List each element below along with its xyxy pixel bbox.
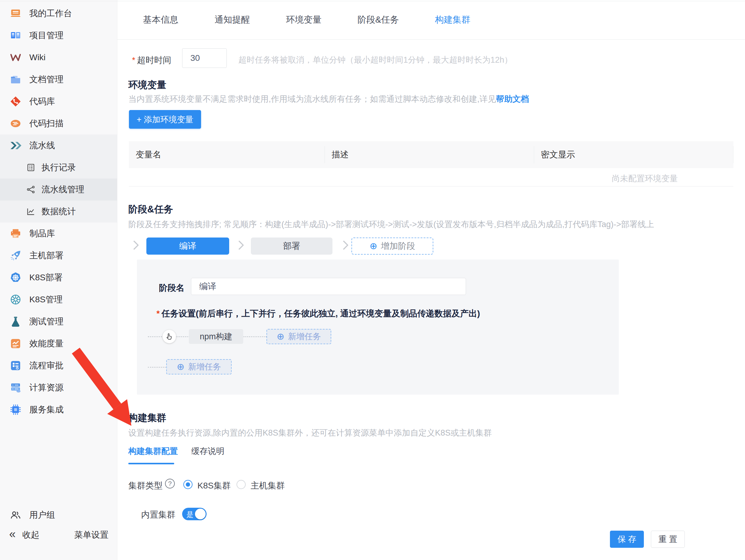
drag-handle[interactable] <box>163 330 176 343</box>
cluster-section-desc: 设置构建任务执行资源,除内置的公用K8S集群外，还可在计算资源菜单中添加自定义K… <box>128 427 492 438</box>
document-management-icon <box>9 73 22 86</box>
stage-button-deploy[interactable]: 部署 <box>251 238 332 255</box>
k8s-manage-icon <box>9 293 22 306</box>
sidebar-item-label: 效能度量 <box>29 338 64 349</box>
stage-button-compile[interactable]: 编译 <box>147 238 229 255</box>
task-settings-label: *任务设置(前后串行，上下并行，任务彼此独立, 通过环境变量及制品传递数据及产出… <box>157 308 480 319</box>
sidebar-item-artifact-repo[interactable]: 制品库 <box>0 222 117 245</box>
sidebar-item-k8s-manage[interactable]: K8S管理 <box>0 288 117 311</box>
sidebar-item-label: 代码库 <box>29 96 55 107</box>
timeout-label: *超时时间 <box>132 54 171 66</box>
toggle-on-text: 是 <box>186 510 193 519</box>
sidebar-item-project-management[interactable]: 项目管理 <box>0 25 117 46</box>
sidebar-item-label: 流水线管理 <box>41 184 84 195</box>
active-tab-underline <box>128 463 174 464</box>
circle-plus-icon: ⊕ <box>176 362 184 371</box>
tab-cache-notes[interactable]: 缓存说明 <box>191 446 224 457</box>
artifact-repo-icon <box>9 227 22 240</box>
radio-k8s-cluster[interactable] <box>183 480 193 489</box>
sidebar-item-workbench[interactable]: 我的工作台 <box>0 2 117 25</box>
service-integration-icon <box>9 403 22 416</box>
sidebar-item-label: 流水线 <box>29 140 55 151</box>
radio-host-cluster[interactable] <box>236 480 246 489</box>
sidebar-item-pipeline[interactable]: 流水线 <box>0 134 117 156</box>
help-icon[interactable]: ? <box>165 479 175 489</box>
sidebar-item-code-scan[interactable]: 代码扫描 <box>0 113 117 134</box>
sidebar-item-compute-resource[interactable]: 计算资源 <box>0 377 117 399</box>
task-button-npm-build[interactable]: npm构建 <box>189 329 243 344</box>
sidebar-item-approval[interactable]: 流程审批 <box>0 354 117 377</box>
sidebar-item-pipeline-management[interactable]: 流水线管理 <box>0 179 117 200</box>
top-divider <box>0 1 745 1</box>
reset-button[interactable]: 重 置 <box>651 531 685 548</box>
pipeline-group: 流水线 执行记录 流水线管理 数据统计 <box>0 134 117 222</box>
sidebar-item-label: 流程审批 <box>29 360 64 371</box>
sidebar-item-document-management[interactable]: 文档管理 <box>0 68 117 91</box>
sidebar-item-label: 项目管理 <box>29 30 64 41</box>
env-table-body: 尚未配置环境变量 <box>129 168 734 186</box>
required-star: * <box>132 56 135 65</box>
tab-basic-info[interactable]: 基本信息 <box>143 14 179 26</box>
menu-settings-button[interactable]: 菜单设置 <box>74 524 108 546</box>
project-management-icon <box>9 29 22 42</box>
timeout-input[interactable] <box>182 48 227 68</box>
sidebar-item-label: 制品库 <box>29 228 55 239</box>
execution-records-icon <box>26 161 36 174</box>
sidebar-bottom: 用户组 <box>0 504 117 526</box>
help-doc-link[interactable]: 帮助文档 <box>496 94 529 104</box>
double-chevron-left-icon[interactable]: « <box>9 528 15 540</box>
code-scan-icon <box>9 117 22 130</box>
tab-stages-tasks[interactable]: 阶段&任务 <box>358 14 399 26</box>
collapse-button[interactable]: 收起 <box>22 529 39 541</box>
tab-env-variables[interactable]: 环境变量 <box>286 14 321 26</box>
sidebar-item-user-group[interactable]: 用户组 <box>0 504 117 526</box>
stage-name-input[interactable] <box>191 278 466 295</box>
sidebar-item-label: 数据统计 <box>41 206 76 217</box>
stage-chevron-icon <box>234 240 244 250</box>
k8s-deploy-icon <box>9 271 22 284</box>
sidebar-footer: « 收起 菜单设置 <box>0 524 117 546</box>
sidebar-item-label: K8S部署 <box>29 272 63 283</box>
cluster-section-title: 构建集群 <box>128 411 166 424</box>
env-table-empty-text: 尚未配置环境变量 <box>612 173 678 184</box>
sidebar-item-host-deploy[interactable]: 主机部署 <box>0 245 117 267</box>
radio-label-host: 主机集群 <box>251 480 285 492</box>
sidebar-item-metrics[interactable]: 效能度量 <box>0 333 117 354</box>
sidebar-item-label: 用户组 <box>29 509 55 521</box>
metrics-icon <box>9 337 22 350</box>
env-section-title: 环境变量 <box>128 79 166 91</box>
sidebar-item-label: 我的工作台 <box>29 8 72 19</box>
sidebar-item-label: 代码扫描 <box>29 118 64 129</box>
add-stage-button[interactable]: ⊕增加阶段 <box>351 238 433 255</box>
add-env-variable-button[interactable]: + 添加环境变量 <box>129 110 201 129</box>
sidebar-item-service-integration[interactable]: 服务集成 <box>0 399 117 421</box>
add-task-button-secondary[interactable]: ⊕新增任务 <box>166 359 232 374</box>
add-task-button[interactable]: ⊕新增任务 <box>266 329 331 344</box>
main-content: 基本信息 通知提醒 环境变量 阶段&任务 构建集群 *超时时间 超时任务将被取消… <box>117 0 745 560</box>
app-screen: 我的工作台 项目管理 Wiki 文档管理 代码库 代码扫描 <box>0 0 745 560</box>
approval-icon <box>9 359 22 372</box>
tab-cluster-config[interactable]: 构建集群配置 <box>128 446 178 457</box>
sidebar-item-wiki[interactable]: Wiki <box>0 46 117 68</box>
sidebar: 我的工作台 项目管理 Wiki 文档管理 代码库 代码扫描 <box>0 0 117 560</box>
sidebar-item-code-repo[interactable]: 代码库 <box>0 91 117 113</box>
builtin-cluster-toggle[interactable]: 是 <box>182 508 206 520</box>
sidebar-item-test-management[interactable]: 测试管理 <box>0 311 117 333</box>
workbench-icon <box>9 7 22 20</box>
sidebar-item-statistics[interactable]: 数据统计 <box>0 200 117 222</box>
sidebar-item-k8s-deploy[interactable]: K8S部署 <box>0 267 117 288</box>
sidebar-item-execution-records[interactable]: 执行记录 <box>0 156 117 179</box>
required-star: * <box>157 309 160 318</box>
sidebar-item-label: 执行记录 <box>41 162 76 173</box>
save-button[interactable]: 保 存 <box>610 531 644 548</box>
stage-name-label: 阶段名 <box>159 282 185 294</box>
column-header-secret-display: 密文显示 <box>534 146 734 163</box>
tab-notifications[interactable]: 通知提醒 <box>215 14 250 26</box>
radio-label-k8s: K8S集群 <box>197 480 231 492</box>
tab-build-cluster[interactable]: 构建集群 <box>435 14 470 26</box>
stages-section-title: 阶段&任务 <box>128 203 173 216</box>
hand-cursor-icon <box>165 333 173 341</box>
sidebar-item-label: 计算资源 <box>29 382 64 394</box>
sidebar-item-label: K8S管理 <box>29 294 63 305</box>
test-management-icon <box>9 315 22 328</box>
